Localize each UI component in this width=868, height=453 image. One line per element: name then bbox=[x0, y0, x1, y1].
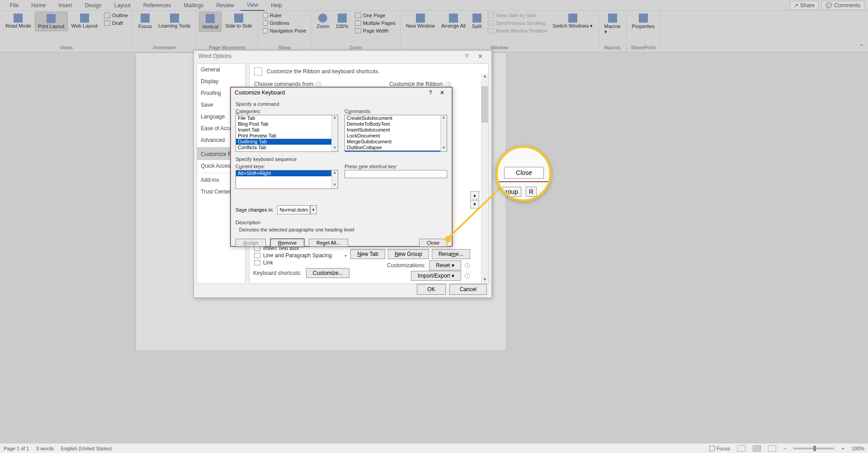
tab-view[interactable]: View bbox=[241, 0, 265, 11]
print-layout-button[interactable]: Print Layout bbox=[35, 12, 68, 31]
list-item[interactable]: LockDocument bbox=[345, 133, 447, 139]
assign-button[interactable]: Assign bbox=[236, 239, 266, 247]
tab-design[interactable]: Design bbox=[78, 0, 108, 10]
one-page-button[interactable]: One Page bbox=[353, 12, 397, 19]
word-options-ok[interactable]: OK bbox=[417, 284, 445, 295]
list-item[interactable]: DemoteToBodyText bbox=[345, 121, 447, 127]
share-button[interactable]: ↗Share bbox=[790, 1, 819, 10]
outline-button[interactable]: Outline bbox=[102, 12, 130, 19]
ruler-checkbox[interactable]: Ruler bbox=[261, 12, 283, 19]
current-keys-listbox[interactable]: Alt+Shift+Right ▲▼ bbox=[236, 170, 338, 189]
list-item[interactable]: Background Removal Tab bbox=[236, 151, 338, 152]
list-item[interactable]: OutlineCollapse bbox=[345, 145, 447, 151]
tab-review[interactable]: Review bbox=[210, 0, 240, 10]
scroll-down-icon[interactable]: ▼ bbox=[441, 146, 447, 151]
zoom-button[interactable]: Zoom bbox=[314, 12, 332, 31]
reset-window-button[interactable]: Reset Window Position bbox=[486, 27, 549, 34]
categories-scrollbar[interactable]: ▲▼ bbox=[331, 115, 338, 151]
hundred-button[interactable]: 100% bbox=[333, 12, 351, 31]
gridlines-checkbox[interactable]: Gridlines bbox=[261, 19, 291, 27]
list-item[interactable]: OutlineDemote bbox=[345, 151, 447, 152]
reset-button[interactable]: Reset ▾ bbox=[429, 260, 461, 270]
language-indicator[interactable]: English (United States) bbox=[61, 446, 112, 451]
remove-button[interactable]: Remove bbox=[270, 239, 304, 247]
print-view-button[interactable] bbox=[753, 445, 761, 452]
navigation-pane-checkbox[interactable]: Navigation Pane bbox=[261, 27, 308, 34]
new-shortcut-input[interactable] bbox=[344, 170, 447, 178]
tab-file[interactable]: File bbox=[4, 0, 25, 10]
draft-button[interactable]: Draft bbox=[102, 19, 130, 27]
commands-scrollbar[interactable]: ▲▼ bbox=[440, 115, 447, 151]
properties-button[interactable]: Properties bbox=[629, 12, 657, 31]
list-item[interactable]: Alt+Shift+Right bbox=[236, 170, 338, 176]
list-item[interactable]: Outlining Tab bbox=[236, 139, 338, 145]
vertical-button[interactable]: Vertical bbox=[199, 12, 222, 32]
current-keys-scrollbar[interactable]: ▲▼ bbox=[331, 170, 338, 189]
tab-references[interactable]: References bbox=[137, 0, 177, 10]
scroll-up-icon[interactable]: ▲ bbox=[332, 170, 338, 176]
list-item[interactable]: CreateSubdocument bbox=[345, 115, 447, 121]
categories-listbox[interactable]: File Tab Blog Post Tab Insert Tab Print … bbox=[236, 115, 338, 152]
web-layout-button[interactable]: Web Layout bbox=[69, 12, 101, 30]
page-indicator[interactable]: Page 1 of 1 bbox=[4, 446, 29, 451]
arrange-all-button[interactable]: Arrange All bbox=[439, 12, 468, 30]
list-item-line-spacing[interactable]: Line and Paragraph Spacing▸ bbox=[253, 252, 348, 259]
ck-help-icon[interactable]: ? bbox=[425, 90, 436, 96]
list-item[interactable]: Blog Post Tab bbox=[236, 121, 338, 127]
import-export-button[interactable]: Import/Export ▾ bbox=[411, 271, 461, 281]
zoom-in-button[interactable]: + bbox=[841, 446, 844, 451]
sidebar-item-display[interactable]: Display bbox=[197, 76, 245, 87]
reset-info-icon[interactable]: i bbox=[465, 263, 470, 268]
word-options-help-icon[interactable]: ? bbox=[460, 53, 473, 60]
switch-windows-button[interactable]: Switch Windows ▾ bbox=[550, 12, 595, 30]
web-view-button[interactable] bbox=[768, 445, 776, 452]
tab-mailings[interactable]: Mailings bbox=[177, 0, 210, 10]
tab-help[interactable]: Help bbox=[264, 0, 288, 10]
side-to-side-button[interactable]: Side to Side bbox=[222, 12, 255, 30]
import-export-info-icon[interactable]: i bbox=[465, 273, 470, 278]
reset-all-button[interactable]: Reset All... bbox=[309, 239, 348, 247]
focus-button[interactable]: Focus bbox=[136, 12, 155, 31]
list-item[interactable]: MergeSubdocument bbox=[345, 139, 447, 145]
new-tab-button[interactable]: New Tab bbox=[350, 249, 385, 259]
sync-scrolling-button[interactable]: Synchronous Scrolling bbox=[486, 19, 549, 27]
chevron-down-icon[interactable]: ▾ bbox=[310, 205, 317, 214]
zoom-slider[interactable] bbox=[793, 448, 834, 449]
page-width-button[interactable]: Page Width bbox=[353, 27, 397, 34]
panel-scrollbar[interactable]: ▲ ▼ bbox=[481, 74, 488, 283]
tab-layout[interactable]: Layout bbox=[108, 0, 137, 10]
scroll-thumb[interactable] bbox=[481, 86, 488, 123]
macros-button[interactable]: Macros▾ bbox=[602, 12, 623, 37]
close-button[interactable]: Close bbox=[419, 239, 447, 247]
zoom-slider-thumb[interactable] bbox=[813, 446, 816, 451]
save-changes-select[interactable]: Normal.dotm▾ bbox=[277, 205, 310, 214]
commands-listbox[interactable]: CreateSubdocument DemoteToBodyText Inser… bbox=[344, 115, 447, 152]
zoom-level[interactable]: 100% bbox=[852, 446, 864, 451]
list-item[interactable]: InsertSubdocument bbox=[345, 127, 447, 133]
zoom-out-button[interactable]: − bbox=[783, 446, 786, 451]
list-item-link[interactable]: Link bbox=[253, 259, 348, 266]
scroll-down-icon[interactable]: ▼ bbox=[332, 183, 338, 189]
new-group-button[interactable]: New Group bbox=[388, 249, 429, 259]
list-item[interactable]: File Tab bbox=[236, 115, 338, 121]
view-side-by-side-button[interactable]: View Side by Side bbox=[486, 12, 549, 19]
list-item[interactable]: Insert Tab bbox=[236, 127, 338, 133]
gridlines-check-input[interactable] bbox=[263, 20, 268, 26]
customize-shortcuts-button[interactable]: Customize... bbox=[306, 268, 350, 278]
scroll-up-icon[interactable]: ▲ bbox=[481, 74, 488, 80]
word-options-cancel[interactable]: Cancel bbox=[449, 284, 487, 295]
split-button[interactable]: Split bbox=[469, 12, 484, 31]
list-item[interactable]: Conflicts Tab bbox=[236, 145, 338, 151]
ribbon-collapse-icon[interactable]: ⌃ bbox=[859, 43, 864, 50]
rename-button[interactable]: Rename... bbox=[432, 249, 470, 259]
read-view-button[interactable] bbox=[737, 445, 745, 452]
sidebar-item-general[interactable]: General bbox=[197, 64, 245, 76]
word-count[interactable]: 0 words bbox=[36, 446, 54, 451]
scroll-down-icon[interactable]: ▼ bbox=[332, 146, 338, 151]
learning-tools-button[interactable]: Learning Tools bbox=[156, 12, 193, 30]
scroll-up-icon[interactable]: ▲ bbox=[332, 115, 338, 121]
scroll-up-icon[interactable]: ▲ bbox=[441, 115, 447, 121]
nav-check-input[interactable] bbox=[263, 28, 268, 33]
move-down-button[interactable]: ▼ bbox=[470, 200, 479, 208]
word-options-close-icon[interactable]: ✕ bbox=[473, 53, 487, 60]
